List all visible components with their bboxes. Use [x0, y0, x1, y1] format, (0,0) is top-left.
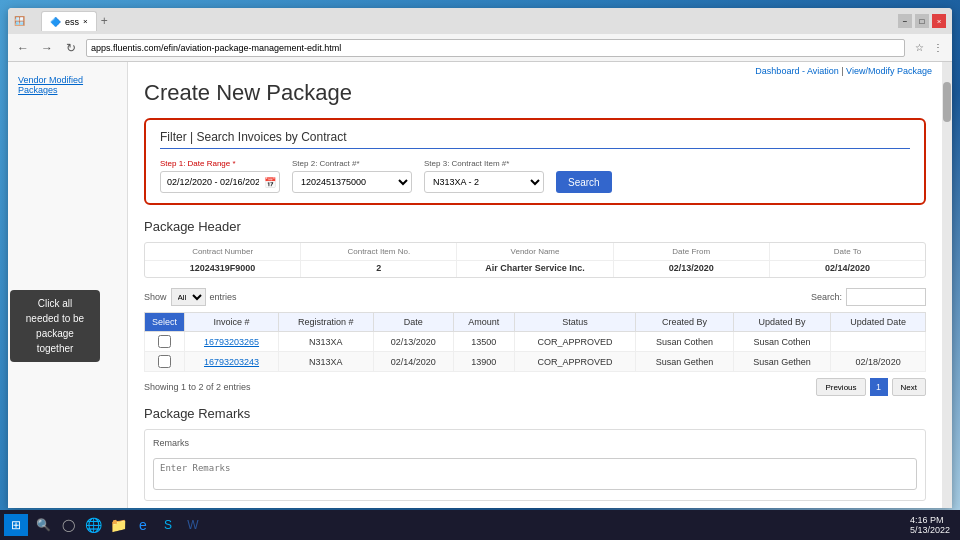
- browser-addressbar: ← → ↻ ☆ ⋮: [8, 34, 952, 62]
- amount-cell: 13500: [453, 332, 514, 352]
- pagination-info: Showing 1 to 2 of 2 entries: [144, 382, 251, 392]
- taskbar-word[interactable]: W: [182, 514, 204, 536]
- maximize-btn[interactable]: □: [915, 14, 929, 28]
- table-search-box: Search:: [811, 288, 926, 306]
- calendar-icon[interactable]: 📅: [264, 177, 276, 188]
- browser-titlebar: 🪟 🔷 ess × + − □ ×: [8, 8, 952, 34]
- col-status: Status: [514, 313, 636, 332]
- scroll-thumb[interactable]: [943, 82, 951, 122]
- created-by-cell: Susan Cothen: [636, 332, 733, 352]
- remarks-textarea[interactable]: [153, 458, 917, 490]
- scroll-indicator: [942, 62, 952, 508]
- annotation-tooltip: Click all needed to be package together: [10, 290, 100, 362]
- settings-btn[interactable]: ⋮: [930, 40, 946, 56]
- remarks-title: Package Remarks: [144, 406, 926, 421]
- col4-label: Date From: [614, 243, 769, 260]
- remarks-section: Package Remarks Remarks: [144, 406, 926, 501]
- search-button[interactable]: Search: [556, 171, 612, 193]
- col3-value: Air Charter Service Inc.: [457, 261, 612, 277]
- new-tab-btn[interactable]: +: [101, 14, 108, 28]
- taskbar-cortana[interactable]: ◯: [57, 514, 79, 536]
- taskbar-folder[interactable]: 📁: [107, 514, 129, 536]
- contract-select[interactable]: 1202451375000: [292, 171, 412, 193]
- filter-section: Filter | Search Invoices by Contract Ste…: [144, 118, 926, 205]
- col3-label: Vendor Name: [457, 243, 612, 260]
- next-btn[interactable]: Next: [892, 378, 926, 396]
- col-select: Select: [145, 313, 185, 332]
- col2-label: Contract Item No.: [301, 243, 456, 260]
- minimize-btn[interactable]: −: [898, 14, 912, 28]
- browser-tab-active[interactable]: 🔷 ess ×: [41, 11, 97, 31]
- tab-title: ess: [65, 17, 79, 27]
- browser-tabs: 🔷 ess × +: [41, 11, 108, 31]
- created-by-cell: Susan Gethen: [636, 352, 733, 372]
- invoices-table: Select Invoice # Registration # Date Amo…: [144, 312, 926, 372]
- col2-value: 2: [301, 261, 456, 277]
- row-checkbox-0[interactable]: [158, 335, 171, 348]
- prev-btn[interactable]: Previous: [816, 378, 865, 396]
- bookmark-btn[interactable]: ☆: [911, 40, 927, 56]
- tab-close-btn[interactable]: ×: [83, 17, 88, 26]
- select-cell: [145, 332, 185, 352]
- taskbar-clock: 4:16 PM 5/13/2022: [910, 515, 956, 535]
- taskbar-ie[interactable]: 🌐: [82, 514, 104, 536]
- package-header-title: Package Header: [144, 219, 926, 234]
- contract-item-select[interactable]: N313XA - 2: [424, 171, 544, 193]
- col-invoice: Invoice #: [185, 313, 279, 332]
- remarks-container: Remarks: [144, 429, 926, 501]
- sidebar-item-vendor-packages[interactable]: Vendor Modified Packages: [8, 70, 127, 100]
- start-button[interactable]: ⊞: [4, 514, 28, 536]
- sidebar-nav: Vendor Modified Packages: [8, 62, 128, 508]
- entries-select[interactable]: All: [171, 288, 206, 306]
- refresh-btn[interactable]: ↻: [62, 39, 80, 57]
- remarks-label: Remarks: [153, 438, 917, 448]
- back-btn[interactable]: ←: [14, 39, 32, 57]
- filter-title: Filter | Search Invoices by Contract: [160, 130, 910, 149]
- date-cell: 02/13/2020: [373, 332, 453, 352]
- select-cell: [145, 352, 185, 372]
- package-header-table: Contract Number Contract Item No. Vendor…: [144, 242, 926, 278]
- filter-group-contract: Step 2: Contract #* 1202451375000: [292, 159, 412, 193]
- date-cell: 02/14/2020: [373, 352, 453, 372]
- status-cell: COR_APPROVED: [514, 332, 636, 352]
- updated-date-cell: [831, 332, 926, 352]
- show-label: Show: [144, 292, 167, 302]
- step2-label: Step 2: Contract #*: [292, 159, 412, 168]
- forward-btn[interactable]: →: [38, 39, 56, 57]
- registration-cell: N313XA: [279, 352, 374, 372]
- taskbar-edge[interactable]: e: [132, 514, 154, 536]
- step3-label: Step 3: Contract Item #*: [424, 159, 544, 168]
- entries-label: entries: [210, 292, 237, 302]
- dashboard-link[interactable]: Dashboard - Aviation: [755, 66, 838, 76]
- page-controls: Previous 1 Next: [816, 378, 926, 396]
- col-date: Date: [373, 313, 453, 332]
- browser-content: Vendor Modified Packages Dashboard - Avi…: [8, 62, 952, 508]
- browser-action-buttons: ☆ ⋮: [911, 40, 946, 56]
- col-amount: Amount: [453, 313, 514, 332]
- invoice-link-1[interactable]: 16793203243: [204, 357, 259, 367]
- col-created: Created By: [636, 313, 733, 332]
- table-search-input[interactable]: [846, 288, 926, 306]
- updated-by-cell: Susan Cothen: [733, 332, 830, 352]
- taskbar-icons: 🔍 ◯ 🌐 📁 e S W: [32, 514, 204, 536]
- row-checkbox-1[interactable]: [158, 355, 171, 368]
- taskbar-skype[interactable]: S: [157, 514, 179, 536]
- invoice-cell: 16793203265: [185, 332, 279, 352]
- updated-by-cell: Susan Gethen: [733, 352, 830, 372]
- taskbar-search[interactable]: 🔍: [32, 514, 54, 536]
- page-area: Dashboard - Aviation | View/Modify Packa…: [128, 62, 942, 508]
- date-range-input[interactable]: [160, 171, 280, 193]
- status-cell: COR_APPROVED: [514, 352, 636, 372]
- page-num-btn[interactable]: 1: [870, 378, 888, 396]
- col5-value: 02/14/2020: [770, 261, 925, 277]
- invoice-cell: 16793203243: [185, 352, 279, 372]
- view-modify-link[interactable]: View/Modify Package: [846, 66, 932, 76]
- registration-cell: N313XA: [279, 332, 374, 352]
- window-controls: 🪟: [14, 16, 29, 26]
- address-bar[interactable]: [86, 39, 905, 57]
- invoice-link-0[interactable]: 16793203265: [204, 337, 259, 347]
- updated-date-cell: 02/18/2020: [831, 352, 926, 372]
- close-btn[interactable]: ×: [932, 14, 946, 28]
- table-row: 16793203243 N313XA 02/14/2020 13900 COR_…: [145, 352, 926, 372]
- package-header-section: Package Header Contract Number Contract …: [144, 219, 926, 396]
